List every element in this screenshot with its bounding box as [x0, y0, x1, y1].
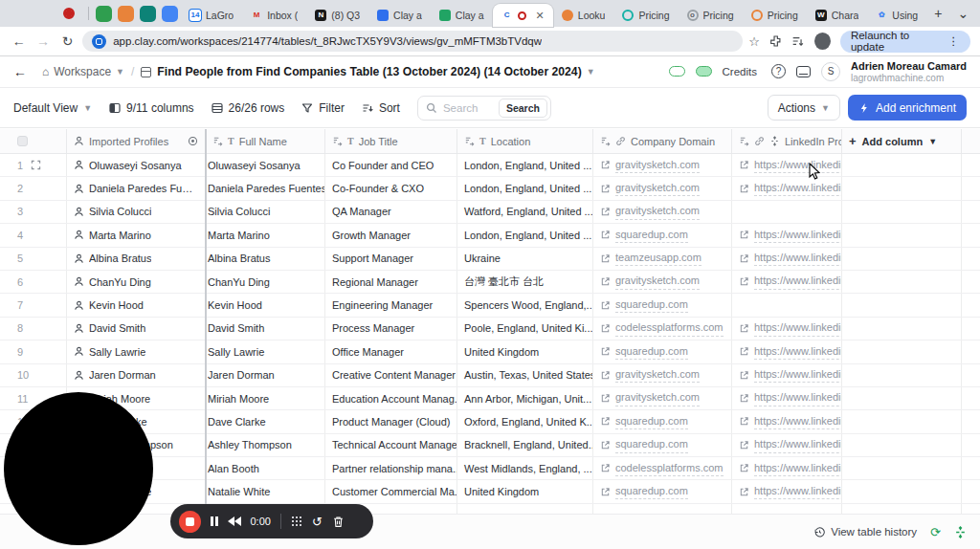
cell-full-name[interactable]: Ashley Thompson [206, 434, 325, 456]
linkedin-link[interactable]: https://www.linkedin.c... [754, 320, 842, 336]
cell-job-title[interactable]: Engineering Manager [325, 294, 457, 316]
cell-empty[interactable] [842, 177, 962, 199]
cell-company-domain[interactable]: codelessplatforms.com [593, 318, 732, 340]
cell-job-title[interactable]: Customer Commercial Ma... [325, 480, 457, 502]
cell-full-name[interactable]: Natalie White [206, 480, 325, 502]
cell-full-name[interactable]: Marta Marino [206, 224, 325, 246]
actions-button[interactable]: Actions ▼ [768, 95, 840, 121]
cell-job-title[interactable]: Growth Manager [325, 224, 457, 246]
tab-group-chip[interactable] [162, 6, 178, 22]
view-table-history-button[interactable]: View table history [814, 526, 917, 538]
cell-empty[interactable] [842, 480, 962, 502]
rewind-button[interactable] [228, 516, 241, 526]
browser-menu-icon[interactable]: ⋮ [947, 34, 960, 48]
column-header-job-title[interactable]: T Job Title [325, 129, 457, 153]
page-title[interactable]: Find People from Find Companies Table (1… [157, 65, 581, 78]
select-all-checkbox[interactable] [17, 136, 28, 146]
linkedin-link[interactable]: https://www.linkedin.c... [754, 367, 842, 383]
cell-company-domain[interactable]: gravitysketch.com [593, 154, 732, 176]
tab-search-chevron-icon[interactable]: ⌄ [949, 6, 976, 21]
browser-tab[interactable]: Clay a [368, 4, 431, 27]
cell-full-name[interactable]: Jaren Dorman [206, 364, 325, 386]
column-header-full-name[interactable]: T Full Name [206, 129, 325, 153]
cell-full-name[interactable]: Albina Bratus [206, 248, 325, 270]
domain-link[interactable]: gravitysketch.com [615, 367, 700, 383]
title-chevron-icon[interactable]: ▼ [587, 67, 595, 77]
row-number-cell[interactable]: 6 [0, 271, 67, 293]
row-number-cell[interactable]: 5 [0, 248, 67, 270]
sort-button[interactable]: Sort [362, 101, 400, 115]
linkedin-link[interactable]: https://www.linkedin.c... [754, 390, 842, 406]
cell-job-title[interactable]: Education Account Manag... [325, 387, 457, 409]
cell-location[interactable]: Watford, England, United ... [457, 201, 593, 223]
browser-tab[interactable]: 14 LaGro [181, 4, 242, 27]
tab-close-icon[interactable]: ✕ [536, 10, 545, 22]
domain-link[interactable]: squaredup.com [615, 228, 688, 243]
linkedin-link[interactable]: https://www.linkedin.c... [754, 344, 842, 360]
column-header-linkedin-profile[interactable]: LinkedIn Prof... [732, 129, 842, 153]
browser-tab[interactable]: Clay a [431, 4, 493, 27]
extensions-puzzle-icon[interactable] [769, 34, 782, 48]
cell-empty[interactable] [842, 340, 962, 362]
cell-location[interactable]: United Kingdom [457, 480, 593, 502]
search-button[interactable]: Search [499, 99, 547, 118]
cell-empty[interactable] [842, 271, 962, 293]
cell-job-title[interactable]: Regional Manager [325, 271, 457, 293]
tab-group-chip[interactable] [140, 6, 156, 22]
linkedin-link[interactable]: https://www.linkedin.c... [754, 228, 842, 243]
app-back-icon[interactable]: ← [13, 64, 27, 79]
row-number-cell[interactable]: 10 [0, 364, 67, 386]
cell-job-title[interactable]: Process Manager [325, 318, 457, 340]
domain-link[interactable]: gravitysketch.com [615, 181, 700, 196]
cell-linkedin[interactable]: https://www.linkedin.c... [732, 480, 842, 502]
inbox-tray-icon[interactable] [796, 66, 811, 77]
row-number-cell[interactable]: 7 [0, 294, 67, 316]
cell-linkedin[interactable]: https://www.linkedin.c... [732, 364, 842, 386]
tab-group-chips[interactable] [93, 6, 181, 22]
cell-full-name[interactable]: Daniela Paredes Fuentes [206, 177, 325, 199]
cell-full-name[interactable]: Silvia Colucci [206, 201, 325, 223]
domain-link[interactable]: squaredup.com [615, 414, 688, 429]
browser-tab[interactable]: o Pricing [679, 4, 743, 27]
cell-location[interactable]: 台灣 臺北市 台北 [457, 271, 593, 293]
cell-imported-profile[interactable]: Albina Bratus [67, 248, 206, 270]
cell-full-name[interactable]: Sally Lawrie [206, 340, 325, 362]
row-number-cell[interactable]: 9 [0, 340, 67, 362]
browser-tab[interactable]: ✿ Using [867, 4, 926, 27]
cell-job-title[interactable]: Co Founder and CEO [325, 154, 457, 176]
row-number-cell[interactable]: 2 [0, 177, 67, 199]
add-column-button[interactable]: + Add column ▼ [842, 129, 962, 153]
cell-company-domain[interactable]: gravitysketch.com [593, 271, 732, 293]
cell-full-name[interactable]: ChanYu Ding [206, 271, 325, 293]
cell-linkedin[interactable] [732, 504, 842, 514]
cell-empty[interactable] [842, 504, 962, 514]
column-header-company-domain[interactable]: Company Domain [593, 129, 732, 153]
new-tab-button[interactable]: + [926, 6, 949, 21]
linkedin-link[interactable]: https://www.linkedin.c... [754, 274, 842, 289]
cell-location[interactable]: London, England, United ... [457, 177, 593, 199]
cell-company-domain[interactable]: squaredup.com [593, 480, 732, 502]
cell-location[interactable]: West Midlands, England, ... [457, 457, 593, 479]
cell-full-name[interactable]: Kevin Hood [206, 294, 325, 316]
cell-linkedin[interactable]: https://www.linkedin.c... [732, 387, 842, 409]
cell-location[interactable]: Ann Arbor, Michigan, Unit... [457, 387, 593, 409]
view-selector[interactable]: Default View ▼ [13, 101, 92, 115]
reading-list-icon[interactable] [791, 34, 804, 48]
domain-link[interactable]: gravitysketch.com [615, 390, 700, 406]
expand-row-icon[interactable] [31, 160, 41, 170]
cell-full-name[interactable]: Dave Clarke [206, 410, 325, 432]
cell-linkedin[interactable]: https://www.linkedin.c... [732, 248, 842, 270]
linkedin-link[interactable]: https://www.linkedin.c... [754, 181, 842, 196]
linkedin-link[interactable]: https://www.linkedin.c... [754, 437, 842, 452]
filter-button[interactable]: Filter [301, 101, 345, 115]
cell-empty[interactable] [842, 201, 962, 223]
browser-tab[interactable]: W Chara [807, 4, 868, 27]
cell-location[interactable]: London, England, United ... [457, 154, 593, 176]
column-header-location[interactable]: T Location [457, 129, 593, 153]
cell-imported-profile[interactable]: David Smith [67, 318, 206, 340]
target-icon[interactable] [188, 136, 198, 146]
row-number-cell[interactable]: 4 [0, 224, 67, 246]
linkedin-link[interactable]: https://www.linkedin.c... [754, 461, 842, 476]
tab-group-chip[interactable] [96, 6, 112, 22]
cell-company-domain[interactable]: squaredup.com [593, 434, 732, 456]
